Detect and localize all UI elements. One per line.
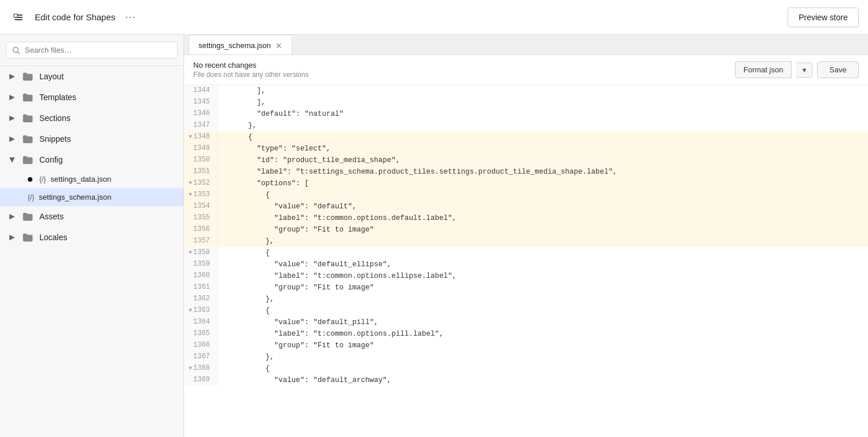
format-dropdown-button[interactable]: ▼: [796, 63, 812, 78]
line-number: ▼1368: [184, 363, 217, 374]
code-line-content: "type": "select",: [217, 143, 868, 155]
line-number: 1359: [184, 259, 217, 270]
code-line-content: "options": [: [217, 178, 868, 189]
editor-content: No recent changes File does not have any…: [184, 55, 868, 437]
code-line-content: ],: [217, 85, 868, 97]
code-line-content: "group": "Fit to image": [217, 282, 868, 293]
sidebar-item-templates[interactable]: ► Templates: [0, 87, 183, 108]
folder-icon: [22, 212, 34, 221]
folder-icon: [22, 113, 34, 123]
code-line-content: {: [217, 363, 868, 374]
chevron-right-icon: ►: [8, 114, 16, 122]
topbar: Edit code for Shapes ··· Preview store: [0, 0, 868, 35]
modified-indicator: [28, 177, 32, 182]
editor-area: settings_schema.json ✕ No recent changes…: [184, 35, 868, 437]
search-box: [6, 42, 178, 58]
more-options-icon[interactable]: ···: [122, 9, 138, 25]
tab-close-button[interactable]: ✕: [275, 42, 282, 50]
sidebar-item-snippets[interactable]: ► Snippets: [0, 128, 183, 149]
no-changes-label: No recent changes: [193, 61, 308, 69]
code-line-content: },: [217, 351, 868, 363]
sidebar-item-label-snippets: Snippets: [39, 134, 71, 144]
fold-arrow-icon[interactable]: ▼: [189, 306, 192, 315]
folder-icon: [22, 93, 34, 102]
code-line-content: "label": "t:common.options.default.label…: [217, 212, 868, 224]
code-line-content: "label": "t:settings_schema.product_tile…: [217, 166, 868, 178]
editor-tabs: settings_schema.json ✕: [184, 35, 868, 55]
code-line-content: "id": "product_tile_media_shape",: [217, 155, 868, 166]
preview-store-button[interactable]: Preview store: [788, 8, 859, 27]
sidebar-item-label-assets: Assets: [39, 212, 64, 221]
code-line-content: {: [217, 189, 868, 201]
sidebar-file-settings-data[interactable]: {/} settings_data.json: [0, 170, 183, 188]
format-json-button[interactable]: Format json: [735, 61, 792, 78]
sidebar-item-label-locales: Locales: [39, 233, 67, 242]
line-number: 1346: [184, 108, 217, 120]
sidebar-file-label-settings-schema: settings_schema.json: [39, 193, 111, 201]
back-icon[interactable]: [9, 8, 28, 27]
line-number: 1347: [184, 120, 217, 131]
code-line-content: "default": "natural": [217, 108, 868, 120]
code-line-content: "label": "t:common.options.ellipse.label…: [217, 270, 868, 282]
code-line-content: "group": "Fit to image": [217, 340, 868, 351]
svg-rect-2: [14, 19, 23, 20]
line-number: 1349: [184, 143, 217, 155]
line-number: 1364: [184, 317, 217, 328]
line-number: 1355: [184, 212, 217, 224]
save-button[interactable]: Save: [817, 61, 859, 78]
code-line-content: "value": "default",: [217, 201, 868, 212]
json-file-icon: {/}: [39, 175, 46, 183]
line-number: 1367: [184, 351, 217, 363]
line-number: 1366: [184, 340, 217, 351]
sidebar-item-assets[interactable]: ► Assets: [0, 206, 183, 227]
editor-toolbar: No recent changes File does not have any…: [184, 55, 868, 85]
fold-arrow-icon[interactable]: ▼: [189, 364, 192, 373]
code-line-content: "value": "default_ellipse",: [217, 259, 868, 270]
code-line-content: },: [217, 236, 868, 247]
code-line-content: "group": "Fit to image": [217, 224, 868, 236]
fold-arrow-icon[interactable]: ▼: [189, 190, 192, 200]
chevron-right-icon: ►: [8, 233, 16, 241]
search-input[interactable]: [25, 46, 171, 54]
toolbar-actions: Format json ▼ Save: [735, 61, 859, 78]
sidebar: ► Layout ► Templates ► Sectio: [0, 35, 184, 437]
folder-icon: [22, 233, 34, 242]
sidebar-item-layout[interactable]: ► Layout: [0, 66, 183, 87]
line-number: 1369: [184, 374, 217, 386]
fold-arrow-icon[interactable]: ▼: [189, 248, 192, 258]
code-editor[interactable]: 1344 ],1345 ],1346 "default": "natural"1…: [184, 85, 868, 437]
code-line-content: "value": "default_archway",: [217, 374, 868, 386]
line-number: 1365: [184, 328, 217, 340]
sidebar-file-settings-schema[interactable]: {/} settings_schema.json: [0, 188, 183, 206]
line-number: 1356: [184, 224, 217, 236]
sidebar-item-locales[interactable]: ► Locales: [0, 227, 183, 248]
fold-arrow-icon[interactable]: ▼: [189, 133, 192, 142]
line-number: 1360: [184, 270, 217, 282]
line-number: 1357: [184, 236, 217, 247]
line-number: ▼1353: [184, 189, 217, 201]
code-line-content: {: [217, 247, 868, 259]
search-icon: [12, 46, 20, 54]
sidebar-file-label-settings-data: settings_data.json: [50, 175, 111, 183]
line-number: ▼1358: [184, 247, 217, 259]
chevron-down-icon: ▼: [8, 156, 16, 164]
line-number: 1345: [184, 97, 217, 108]
line-number: 1350: [184, 155, 217, 166]
json-file-icon: {/}: [28, 193, 34, 201]
line-number: 1354: [184, 201, 217, 212]
line-number: ▼1352: [184, 178, 217, 189]
page-title: Edit code for Shapes: [35, 12, 115, 22]
line-number: 1361: [184, 282, 217, 293]
toolbar-status: No recent changes File does not have any…: [193, 61, 308, 79]
code-table: 1344 ],1345 ],1346 "default": "natural"1…: [184, 85, 868, 386]
chevron-right-icon: ►: [8, 72, 16, 80]
no-versions-label: File does not have any other versions: [193, 71, 308, 79]
fold-arrow-icon[interactable]: ▼: [189, 179, 192, 188]
sidebar-item-sections[interactable]: ► Sections: [0, 108, 183, 128]
code-line-content: {: [217, 305, 868, 317]
svg-rect-3: [14, 14, 17, 17]
sidebar-item-config[interactable]: ▼ Config: [0, 149, 183, 170]
svg-line-5: [18, 52, 20, 54]
editor-tab-settings-schema[interactable]: settings_schema.json ✕: [189, 35, 292, 54]
search-container: [0, 35, 183, 66]
